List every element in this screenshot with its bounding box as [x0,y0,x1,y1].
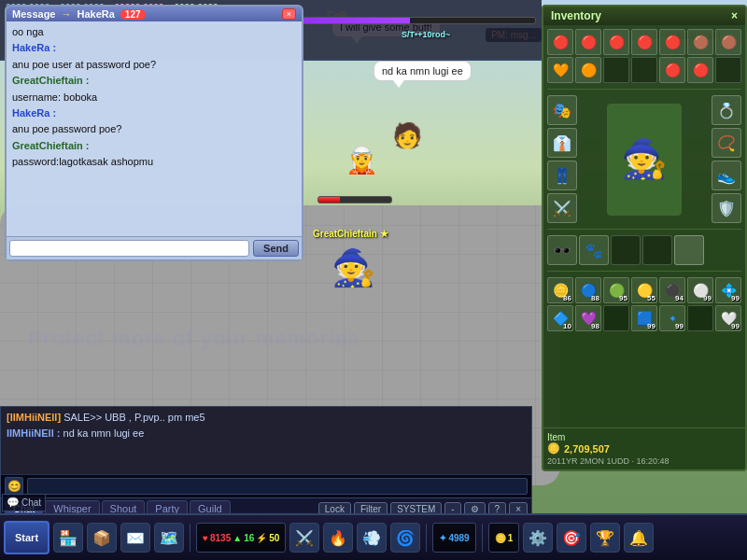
inv-slot-11[interactable]: 🔴 [659,57,685,83]
chat-input[interactable] [27,478,528,495]
chat-input-bar: 😊 [1,474,531,497]
taskbar-divider-2 [426,524,427,552]
equip-body[interactable]: 👔 [547,128,577,158]
msg-sender-4: GreatChieftain : [12,75,90,86]
v2-value: 50 [269,533,279,543]
message-input[interactable] [9,240,249,257]
hp-icon: ♥ [203,533,208,543]
settings-icon[interactable]: ⚙️ [523,523,553,553]
inv-b-slot-1[interactable]: 🔵 88 [575,277,601,303]
map-icon[interactable]: 🗺️ [154,523,184,553]
skill-icon-2[interactable]: 🔥 [323,523,353,553]
inv-slot-7[interactable]: 🧡 [547,57,573,83]
inv-slot-10[interactable] [631,57,657,83]
inv-b-slot-2[interactable]: 🟢 95 [603,277,629,303]
inv-slot-icon-1: 🔴 [581,35,597,49]
inv-b-count-0: 86 [563,294,571,302]
misc-slot-3[interactable] [642,235,672,265]
misc-slot-4[interactable] [674,235,704,265]
gold-taskbar-value: 1 [508,533,514,543]
v2-icon: ⚡ [256,533,267,543]
inv-b-slot-6[interactable]: 💠 99 [715,277,741,303]
equip-legs[interactable]: 👖 [547,161,577,190]
gold-taskbar-icon: 🪙 [495,533,506,543]
equip-ring1[interactable]: 💍 [712,95,741,125]
inv-b-slot-11[interactable]: 🔹 99 [659,305,685,331]
equipment-row: 🎭 👔 👖 ⚔️ 🧙 💍 📿 👟 🛡️ [547,95,741,223]
mail-icon[interactable]: ✉️ [120,523,150,553]
inv-slot-5[interactable]: 🟤 [687,29,713,55]
gold-row: 🪙 2,709,507 [547,442,741,455]
start-button[interactable]: Start [4,521,49,554]
misc-slots: 🕶️ 🐾 [547,235,741,265]
msg-line-6: HakeRa : [12,106,296,120]
target-icon[interactable]: 🎯 [557,523,586,553]
skill-icon-3[interactable]: 💨 [357,523,387,553]
inv-b-slot-13[interactable]: 🤍 99 [715,305,741,331]
skill-icon-1[interactable]: ⚔️ [289,523,319,553]
message-close-button[interactable]: × [282,8,296,20]
inv-slot-icon-2: 🔴 [609,35,625,49]
inv-b-slot-3[interactable]: 🟡 55 [631,277,657,303]
player-name-top-1: S/T•+10rod~ [402,30,450,39]
gold-stat-box: 🪙 1 [488,523,520,553]
hp-stat-box: ♥ 8135 ▲ 16 ⚡ 50 [196,523,286,553]
inventory-datetime: 2011YR 2MON 1UDD · 16:20:48 [547,456,741,466]
character-preview: 🧙 [607,104,682,216]
equip-weapon[interactable]: ⚔️ [547,193,577,223]
inv-slot-3[interactable]: 🔴 [631,29,657,55]
misc-slot-1[interactable]: 🐾 [579,235,609,265]
player-overhead-name: GreatChieftain ★ [313,229,388,239]
inv-b-slot-0[interactable]: 🪙 86 [547,277,573,303]
equip-necklace[interactable]: 📿 [712,128,741,158]
shop-icon[interactable]: 🏪 [53,523,83,553]
extra-icon-2[interactable]: 🔔 [624,523,654,553]
inv-slot-8[interactable]: 🟠 [575,57,601,83]
inv-b-slot-4[interactable]: ⚫ 94 [659,277,685,303]
inv-b-slot-7[interactable]: 🔷 10 [547,305,573,331]
inv-slot-icon-7: 🧡 [553,63,569,77]
inv-separator-2 [547,229,741,230]
msg-line-1: oo nga [12,25,296,39]
inv-b-slot-5[interactable]: ⚪ 99 [687,277,713,303]
equip-boots[interactable]: 👟 [712,161,741,190]
inv-b-count-3: 55 [647,294,655,302]
bag-icon[interactable]: 📦 [87,523,117,553]
enemy-hp-bar [317,196,392,203]
msg-text-3: anu poe user at password poe? [12,59,156,70]
inv-slot-1[interactable]: 🔴 [575,29,601,55]
extra-icon-1[interactable]: 🏆 [590,523,620,553]
skill-icon-4[interactable]: 🌀 [390,523,420,553]
inv-slot-4[interactable]: 🔴 [659,29,685,55]
v1-value: 16 [244,533,254,543]
inv-slot-2[interactable]: 🔴 [603,29,629,55]
inv-slot-13[interactable] [715,57,741,83]
inv-b-slot-9[interactable] [603,305,629,331]
misc-slot-2[interactable] [611,235,641,265]
inv-b-count-4: 94 [675,294,684,302]
inv-b-slot-12[interactable] [687,305,713,331]
inv-slot-12[interactable]: 🔴 [687,57,713,83]
inv-slot-0[interactable]: 🔴 [547,29,573,55]
inv-b-slot-8[interactable]: 💜 98 [575,305,601,331]
equip-shield[interactable]: 🛡️ [712,193,741,223]
inventory-titlebar: Inventory × [543,7,745,25]
inv-slot-9[interactable] [603,57,629,83]
equip-head[interactable]: 🎭 [547,95,577,125]
inventory-close-button[interactable]: × [731,9,738,22]
inventory-bottom: Item 🪙 2,709,507 2011YR 2MON 1UDD · 16:2… [543,427,745,469]
msg-line-3: anu poe user at password poe? [12,58,296,72]
inventory-title: Inventory [551,9,601,22]
inv-slot-icon-0: 🔴 [553,35,569,49]
chat-text-1: nd ka nmn lugi ee [63,427,145,439]
msg-sender-8: GreatChieftain : [12,140,90,151]
msg-badge: 127 [120,9,146,20]
gold-amount: 2,709,507 [564,443,610,455]
inv-b-slot-10[interactable]: 🟦 99 [631,305,657,331]
message-send-button[interactable]: Send [253,240,299,257]
misc-slot-0[interactable]: 🕶️ [547,235,577,265]
chat-emote-button[interactable]: 😊 [5,477,23,496]
inv-slot-icon-12: 🔴 [693,63,709,77]
chat-msg-1: IIMHiiNEll : nd ka nmn lugi ee [7,426,526,441]
inv-slot-6[interactable]: 🟤 [715,29,741,55]
